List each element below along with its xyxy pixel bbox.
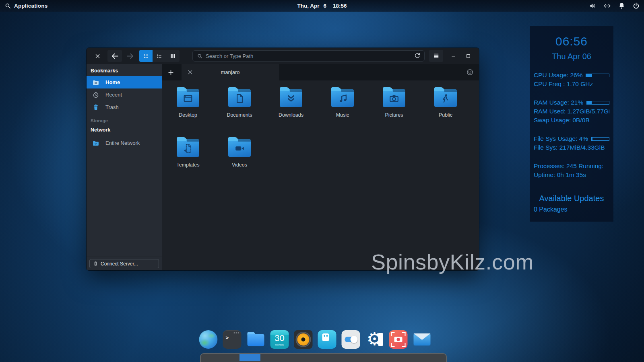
network-icon[interactable] <box>603 2 611 10</box>
search-bar[interactable] <box>192 50 425 62</box>
updates-title: Available Updates <box>534 194 609 203</box>
network-folder-icon <box>92 140 99 147</box>
power-icon[interactable] <box>632 2 640 10</box>
cpu-usage-bar <box>586 74 609 77</box>
dock-web-browser-icon[interactable] <box>199 330 218 349</box>
column-view-icon <box>169 53 176 60</box>
ram-used-text: RAM Used: 1.27GiB/5.77Gi <box>534 107 609 116</box>
folder-videos[interactable]: Videos <box>214 139 265 189</box>
panel-clock[interactable]: Thu, Apr 6 18:56 <box>297 0 347 12</box>
window-main: manjaro Desktop Documents Dow <box>162 64 479 270</box>
server-icon <box>93 261 98 266</box>
folder-view: Desktop Documents Downloads Music <box>162 80 479 270</box>
close-button[interactable] <box>92 50 103 62</box>
grid-view-button[interactable] <box>139 50 153 62</box>
window-titlebar[interactable] <box>87 48 479 64</box>
sidebar-item-entire-network[interactable]: Entire Network <box>87 137 162 149</box>
sidebar-item-label: Trash <box>105 104 119 110</box>
folder-label: Documents <box>227 112 252 118</box>
notifications-icon[interactable] <box>618 2 625 10</box>
videocam-glyph-icon <box>234 143 245 154</box>
refresh-icon[interactable] <box>414 52 421 60</box>
dock-screenshot-icon[interactable] <box>389 330 408 349</box>
folder-music[interactable]: Music <box>317 89 368 139</box>
tab-title: manjaro <box>221 69 240 75</box>
folder-icon <box>280 89 302 107</box>
dock-settings-icon[interactable]: ⚙ <box>365 330 384 349</box>
folder-downloads[interactable]: Downloads <box>265 89 317 139</box>
folder-pictures[interactable]: Pictures <box>368 89 420 139</box>
panel-time: 18:56 <box>333 3 347 9</box>
column-view-button[interactable] <box>166 50 180 62</box>
folder-label: Public <box>439 112 452 118</box>
storage-header: Storage <box>87 113 162 125</box>
person-glyph-icon <box>440 93 451 104</box>
minimize-button[interactable] <box>448 50 459 62</box>
dock-calendar-icon[interactable]: 30 Monday <box>270 330 289 349</box>
camera-glyph-icon <box>388 93 400 104</box>
folder-desktop[interactable]: Desktop <box>162 89 214 139</box>
connect-server-button[interactable]: Connect Server... <box>89 259 159 268</box>
menu-button[interactable] <box>429 50 443 62</box>
document-glyph-icon <box>234 93 245 104</box>
tab-close-icon[interactable] <box>187 69 193 75</box>
maximize-icon <box>466 53 471 59</box>
cpu-usage-text: CPU Usage: 26% <box>534 71 582 80</box>
envelope-icon <box>414 333 431 340</box>
list-view-button[interactable] <box>153 50 166 62</box>
folder-icon <box>228 89 251 107</box>
applications-menu[interactable]: Applications <box>0 2 47 9</box>
maximize-button[interactable] <box>462 50 474 62</box>
network-header: Network <box>87 125 162 135</box>
desktop-glyph-icon <box>182 93 194 104</box>
fs-size-text: File Sys: 217MiB/4.33GiB <box>534 143 609 152</box>
search-icon <box>197 53 203 59</box>
home-folder-icon <box>92 79 99 86</box>
sidebar-item-home[interactable]: Home <box>87 76 162 88</box>
arrow-right-icon <box>126 52 134 60</box>
sidebar-item-label: Home <box>105 79 120 85</box>
widget-time: 06:56 <box>534 35 609 48</box>
folder-icon <box>177 139 199 157</box>
music-glyph-icon <box>337 93 348 104</box>
sidebar-item-recent[interactable]: Recent <box>87 88 162 101</box>
folder-templates[interactable]: Templates <box>162 139 214 189</box>
hidden-window-edge[interactable] <box>200 353 447 362</box>
close-icon <box>95 53 101 59</box>
forward-button[interactable] <box>124 50 136 62</box>
new-tab-button[interactable] <box>165 66 177 78</box>
applications-label: Applications <box>14 3 47 9</box>
minimize-icon <box>450 53 457 59</box>
folder-public[interactable]: Public <box>420 89 471 139</box>
dock-media-player-icon[interactable] <box>294 330 313 349</box>
gear-icon: ⚙ <box>365 328 385 350</box>
folder-label: Downloads <box>279 112 303 118</box>
list-view-icon <box>156 53 163 60</box>
sidebar-item-trash[interactable]: Trash <box>87 101 162 113</box>
dock-file-manager-icon[interactable] <box>247 330 265 349</box>
uptime-text: Uptime: 0h 1m 35s <box>534 171 609 179</box>
bookmarks-header: Bookmarks <box>87 64 162 76</box>
hamburger-icon <box>433 52 440 60</box>
dock-terminal-icon[interactable]: >_ <box>223 330 242 349</box>
folder-icon <box>228 139 251 157</box>
folder-documents[interactable]: Documents <box>214 89 265 139</box>
template-glyph-icon <box>182 143 194 154</box>
calendar-weekday: Monday <box>270 343 289 346</box>
tab-bar: manjaro <box>162 64 479 80</box>
panel-day: 6 <box>323 3 326 9</box>
back-button[interactable] <box>107 50 122 62</box>
hidden-window-accent <box>239 354 260 361</box>
volume-icon[interactable] <box>589 2 597 10</box>
clock-icon <box>92 91 99 99</box>
connect-server-label: Connect Server... <box>101 261 138 267</box>
tab-manjaro[interactable]: manjaro <box>182 64 279 80</box>
panel-date: Thu, Apr <box>297 3 319 9</box>
emoji-smiley-icon[interactable] <box>466 68 474 76</box>
search-input[interactable] <box>206 53 414 59</box>
downloads-glyph-icon <box>285 93 297 104</box>
top-panel: Applications Thu, Apr 6 18:56 <box>0 0 644 12</box>
dock-software-app-icon[interactable] <box>318 330 336 349</box>
dock-mail-icon[interactable] <box>413 330 431 349</box>
dock-tweaks-icon[interactable] <box>342 330 360 349</box>
